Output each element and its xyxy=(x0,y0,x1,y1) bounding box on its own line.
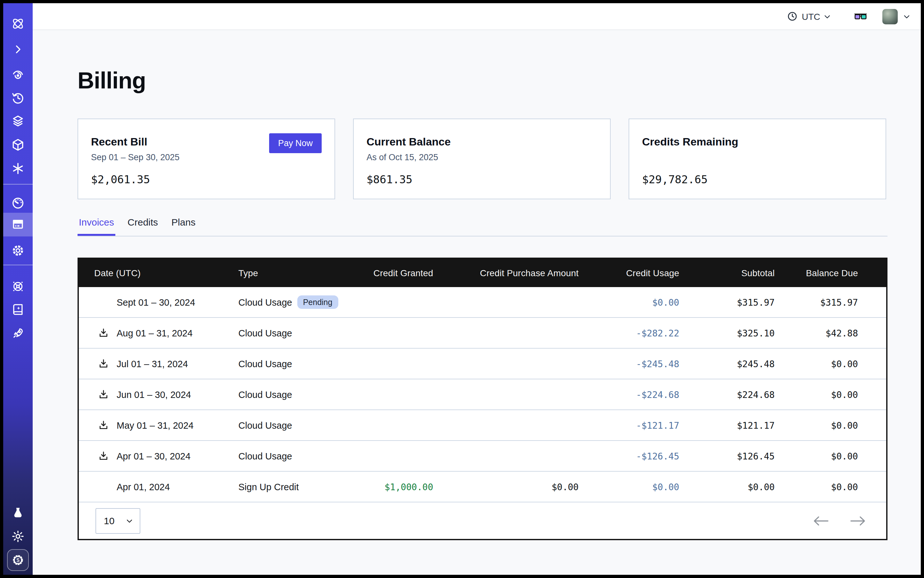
invoice-date: Jul 01 – 31, 2024 xyxy=(117,359,188,369)
history-clock-icon xyxy=(11,91,25,105)
invoice-date-cell: Apr 01 – 30, 2024 xyxy=(79,451,239,461)
credit-usage-value: -$121.17 xyxy=(579,420,679,430)
invoice-row[interactable]: May 01 – 31, 2024 Cloud Usage -$121.17 $… xyxy=(79,410,886,441)
dollar-seal-icon: $ xyxy=(11,553,25,567)
chevron-down-icon xyxy=(823,13,831,20)
balance-due-value: $315.97 xyxy=(775,297,858,307)
sidebar-item-labs[interactable] xyxy=(3,503,32,522)
sidebar-item-billing[interactable] xyxy=(3,215,32,234)
subtotal-value: $325.10 xyxy=(679,328,775,338)
account-menu-button[interactable] xyxy=(903,13,911,20)
timezone-label: UTC xyxy=(802,11,820,21)
current-balance-card: Current Balance As of Oct 15, 2025 $861.… xyxy=(353,119,611,199)
invoice-type: Sign Up Credit xyxy=(239,482,299,492)
page-size-value: 10 xyxy=(104,515,114,526)
sidebar-item-settings[interactable] xyxy=(3,241,32,260)
app-logo[interactable] xyxy=(3,14,32,33)
summary-cards: Recent Bill Sep 01 – Sep 30, 2025 $2,061… xyxy=(78,119,886,199)
user-avatar[interactable] xyxy=(882,9,898,24)
previous-page-button[interactable] xyxy=(812,516,829,526)
current-balance-amount: $861.35 xyxy=(367,173,412,186)
app-window: $ UTC Billing Re xyxy=(3,3,921,575)
invoice-type: Cloud Usage xyxy=(239,328,292,338)
sidebar-item-cluster[interactable] xyxy=(3,277,32,296)
next-page-button[interactable] xyxy=(850,516,866,526)
timezone-selector[interactable]: UTC xyxy=(787,11,831,22)
sidebar-item-observe[interactable] xyxy=(3,65,32,84)
orbit-logo-icon xyxy=(10,16,26,31)
tab-plans[interactable]: Plans xyxy=(170,217,197,236)
sidebar-item-docs[interactable] xyxy=(3,300,32,319)
pagination xyxy=(812,516,866,526)
sidebar-item-usage[interactable] xyxy=(3,193,32,213)
balance-due-value: $42.88 xyxy=(775,328,858,338)
invoice-type: Cloud Usage xyxy=(239,451,292,461)
sidebar-item-history[interactable] xyxy=(3,88,32,108)
spiral-eye-icon xyxy=(11,68,25,82)
card-title: Credits Remaining xyxy=(642,136,738,149)
download-icon xyxy=(98,328,109,338)
subtotal-value: $121.17 xyxy=(679,420,775,430)
credit-purchase-amount-value: $0.00 xyxy=(433,482,579,492)
sidebar-collapse-button[interactable] xyxy=(3,40,32,59)
invoice-date: Aug 01 – 31, 2024 xyxy=(117,328,193,338)
svg-text:$: $ xyxy=(16,557,19,563)
gauge-icon xyxy=(11,196,25,210)
credit-usage-value: -$126.45 xyxy=(579,451,679,461)
invoice-row[interactable]: Apr 01, 2024 Sign Up Credit $1,000.00 $0… xyxy=(79,472,886,502)
credits-remaining-card: Credits Remaining $29,782.65 xyxy=(628,119,886,199)
invoice-row[interactable]: Jun 01 – 30, 2024 Cloud Usage -$224.68 $… xyxy=(79,379,886,410)
chevron-down-icon xyxy=(903,13,911,20)
view-mode-button[interactable] xyxy=(853,10,868,23)
sidebar-item-functions[interactable] xyxy=(3,159,32,178)
credit-usage-value: -$224.68 xyxy=(579,389,679,399)
download-invoice-button[interactable] xyxy=(98,420,109,430)
credits-rewards-button[interactable]: $ xyxy=(7,549,29,571)
download-invoice-button[interactable] xyxy=(98,358,109,369)
sidebar-item-cube[interactable] xyxy=(3,135,32,154)
invoice-row[interactable]: Aug 01 – 31, 2024 Cloud Usage -$282.22 $… xyxy=(79,318,886,349)
sidebar-divider xyxy=(3,184,32,185)
download-icon xyxy=(98,389,109,400)
subtotal-value: $0.00 xyxy=(679,482,775,492)
invoices-table: Date (UTC) Type Credit Granted Credit Pu… xyxy=(78,258,887,540)
tab-credits[interactable]: Credits xyxy=(126,217,159,236)
billing-tabs: Invoices Credits Plans xyxy=(78,217,887,237)
balance-due-value: $0.00 xyxy=(775,482,858,492)
card-title: Current Balance xyxy=(367,136,451,149)
invoice-type-cell: Cloud Usage xyxy=(239,328,341,338)
pay-now-button[interactable]: Pay Now xyxy=(269,133,322,153)
download-invoice-button[interactable] xyxy=(98,450,109,461)
clock-icon xyxy=(787,11,798,22)
invoice-row[interactable]: Jul 01 – 31, 2024 Cloud Usage -$245.48 $… xyxy=(79,349,886,379)
page-title: Billing xyxy=(78,67,146,94)
balance-due-value: $0.00 xyxy=(775,389,858,399)
pending-badge: Pending xyxy=(297,295,338,309)
invoice-type: Cloud Usage xyxy=(239,389,292,399)
sidebar-item-getting-started[interactable] xyxy=(3,324,32,343)
billing-period: Sep 01 – Sep 30, 2025 xyxy=(91,153,179,162)
invoice-type-cell: Cloud Usage xyxy=(239,420,341,430)
topbar: UTC xyxy=(32,3,921,30)
tab-invoices[interactable]: Invoices xyxy=(78,217,115,236)
invoice-row[interactable]: Sept 01 – 30, 2024 Cloud Usage Pending $… xyxy=(79,287,886,318)
invoice-date: Apr 01 – 30, 2024 xyxy=(117,451,191,461)
main-content: Billing Recent Bill Sep 01 – Sep 30, 202… xyxy=(32,30,921,575)
invoice-row[interactable]: Apr 01 – 30, 2024 Cloud Usage -$126.45 $… xyxy=(79,441,886,472)
recent-bill-amount: $2,061.35 xyxy=(91,173,150,186)
download-invoice-button[interactable] xyxy=(98,389,109,400)
sidebar: $ xyxy=(3,3,32,575)
column-header-type: Type xyxy=(239,268,341,278)
gear-icon xyxy=(11,244,25,258)
page-size-select[interactable]: 10 xyxy=(96,508,140,533)
layers-icon xyxy=(11,114,25,128)
download-invoice-button[interactable] xyxy=(98,328,109,338)
invoice-type-cell: Cloud Usage xyxy=(239,359,341,369)
download-icon xyxy=(98,450,109,461)
sidebar-item-layers[interactable] xyxy=(3,112,32,131)
subtotal-value: $245.48 xyxy=(679,359,775,369)
credits-remaining-amount: $29,782.65 xyxy=(642,173,708,186)
invoice-date: May 01 – 31, 2024 xyxy=(117,420,193,430)
theme-toggle[interactable] xyxy=(3,527,32,546)
sun-icon xyxy=(11,529,25,543)
